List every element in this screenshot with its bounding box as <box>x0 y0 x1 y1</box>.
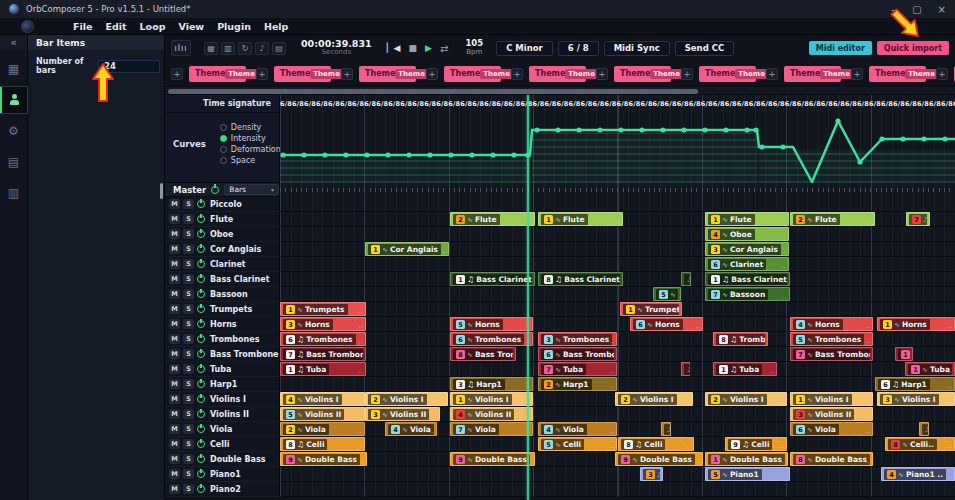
theme-block[interactable]: ThemeTheme <box>614 66 671 82</box>
import-midi-icon[interactable]: ▤ <box>272 42 286 55</box>
solo-button[interactable]: S <box>183 304 194 314</box>
clip[interactable]: 7∿Bass Trombone‥ <box>790 347 873 361</box>
solo-button[interactable]: S <box>183 259 194 269</box>
sidebar-item-instruments-person-icon[interactable] <box>0 87 27 113</box>
clip[interactable]: 8♫Bass Clarinet‥ <box>538 272 623 286</box>
clip[interactable]: 8∿Celli..‥ <box>885 437 955 451</box>
mute-button[interactable]: M <box>169 424 180 434</box>
solo-button[interactable]: S <box>183 229 194 239</box>
clip[interactable]: 2∿Violins I‥ <box>705 392 787 406</box>
add-theme-button[interactable]: + <box>511 68 523 80</box>
clip[interactable]: 6∿Trombones‥ <box>450 332 533 346</box>
midi-editor-button[interactable]: Midi editor <box>809 41 872 55</box>
add-theme-button[interactable]: + <box>851 68 863 80</box>
clip[interactable]: 1∿Violins I‥ <box>790 392 873 406</box>
skip-back-icon[interactable]: ▏◀ <box>387 43 401 53</box>
theme-block[interactable]: ThemeTheme <box>189 66 246 82</box>
master-power-toggle[interactable] <box>211 186 219 194</box>
clip[interactable]: 3∿Violins I‥ <box>877 392 955 406</box>
clip[interactable]: 8♫Celli‥ <box>280 437 365 451</box>
mute-button[interactable]: M <box>169 214 180 224</box>
theme-block[interactable]: ThemeTheme <box>359 66 416 82</box>
piano-icon[interactable]: ▥ <box>221 42 235 55</box>
timeline-ruler[interactable] <box>280 183 955 197</box>
clip[interactable]: 1∿Flute‥ <box>705 212 789 226</box>
solo-button[interactable]: S <box>183 244 194 254</box>
theme-block[interactable]: ThemeTheme <box>274 66 331 82</box>
clip[interactable]: 5∿Violins II‥ <box>280 407 365 421</box>
solo-button[interactable]: S <box>183 424 194 434</box>
clip[interactable]: 1∿Horns‥ <box>877 317 955 331</box>
clip[interactable]: 7∿Tuba‥ <box>538 362 617 376</box>
clip[interactable]: 4∿Piano1 ..‥ <box>881 467 955 481</box>
track-power-toggle[interactable] <box>197 440 205 448</box>
track-power-toggle[interactable] <box>197 380 205 388</box>
clip[interactable]: 1∿Double Bass‥ <box>705 452 788 466</box>
clip[interactable]: 8∿Bass Trom....‥ <box>450 347 516 361</box>
midi-sync-button[interactable]: Midi Sync <box>604 41 670 56</box>
mute-button[interactable]: M <box>169 454 180 464</box>
track-power-toggle[interactable] <box>197 215 205 223</box>
add-theme-button[interactable]: + <box>256 68 268 80</box>
clip[interactable]: 1♫Tuba‥ <box>713 362 777 376</box>
mute-button[interactable]: M <box>169 439 180 449</box>
mute-button[interactable]: M <box>169 304 180 314</box>
metronome-icon[interactable]: ↻ <box>238 42 252 55</box>
curve-option-intensity[interactable]: Intensity <box>220 134 281 143</box>
clip[interactable]: 5∿B.. <box>653 287 681 301</box>
clip[interactable]: 4∿Oboe‥ <box>705 227 789 241</box>
solo-button[interactable]: S <box>183 199 194 209</box>
clip[interactable]: 3∿Violins II‥ <box>365 407 440 421</box>
send-cc-button[interactable]: Send CC <box>675 41 734 56</box>
track-power-toggle[interactable] <box>197 365 205 373</box>
clip[interactable]: 6♫Harp1‥ <box>875 377 955 391</box>
track-power-toggle[interactable] <box>197 395 205 403</box>
intensity-curve-canvas[interactable] <box>280 113 955 183</box>
clip[interactable]: 1∿Tuba‥ <box>905 362 955 376</box>
solo-button[interactable]: S <box>183 289 194 299</box>
mute-button[interactable]: M <box>169 199 180 209</box>
clip[interactable]: 1∿Trumpets‥ <box>280 302 366 316</box>
clip[interactable]: 1♪ <box>895 347 913 361</box>
clip[interactable]: 6∿Bass Trombone‥ <box>538 347 617 361</box>
add-theme-button[interactable]: + <box>171 68 183 80</box>
master-mode-select[interactable]: Bars ▾ <box>224 184 279 195</box>
track-power-toggle[interactable] <box>197 425 205 433</box>
curve-option-density[interactable]: Density <box>220 123 281 132</box>
maximize-button[interactable]: ▢ <box>912 4 921 15</box>
menu-item-loop[interactable]: Loop <box>140 21 166 32</box>
note-icon[interactable]: ♪ <box>255 42 269 55</box>
track-power-toggle[interactable] <box>197 305 205 313</box>
solo-button[interactable]: S <box>183 469 194 479</box>
mute-button[interactable]: M <box>169 334 180 344</box>
clip[interactable]: 3∿Horns‥ <box>280 317 366 331</box>
mute-button[interactable]: M <box>169 484 180 494</box>
clip[interactable]: 4∿Viola‥ <box>538 422 617 436</box>
curve-option-space[interactable]: Space <box>220 156 281 165</box>
track-power-toggle[interactable] <box>197 410 205 418</box>
menu-item-help[interactable]: Help <box>264 21 288 32</box>
playhead[interactable] <box>527 95 529 500</box>
theme-block[interactable]: ThemeTheme <box>869 66 926 82</box>
clip[interactable]: 3∿Cor Anglais‥ <box>705 242 789 256</box>
scrollbar-handle[interactable] <box>168 89 698 94</box>
clip[interactable]: 6♫Trombones‥ <box>280 332 366 346</box>
clip[interactable]: ♪ <box>919 422 929 436</box>
add-theme-button[interactable]: + <box>936 68 948 80</box>
menu-item-plugin[interactable]: Plugin <box>217 21 251 32</box>
clip[interactable]: 4∿Violins II‥ <box>450 407 533 421</box>
add-theme-button[interactable]: + <box>596 68 608 80</box>
mute-button[interactable]: M <box>169 259 180 269</box>
track-power-toggle[interactable] <box>197 260 205 268</box>
mute-button[interactable]: M <box>169 394 180 404</box>
track-power-toggle[interactable] <box>197 245 205 253</box>
track-power-toggle[interactable] <box>197 470 205 478</box>
clip[interactable]: 7∿Bassoon‥ <box>705 287 790 301</box>
collapse-panel-button[interactable]: « <box>0 35 27 50</box>
track-power-toggle[interactable] <box>197 200 205 208</box>
clip[interactable]: 1♫Bass Clarinet‥ <box>705 272 790 286</box>
clip[interactable]: 6∿Viola‥ <box>790 422 873 436</box>
clip[interactable]: 1∿Flute‥ <box>538 212 623 226</box>
clip[interactable]: 2∿Flute‥ <box>790 212 875 226</box>
mute-button[interactable]: M <box>169 319 180 329</box>
